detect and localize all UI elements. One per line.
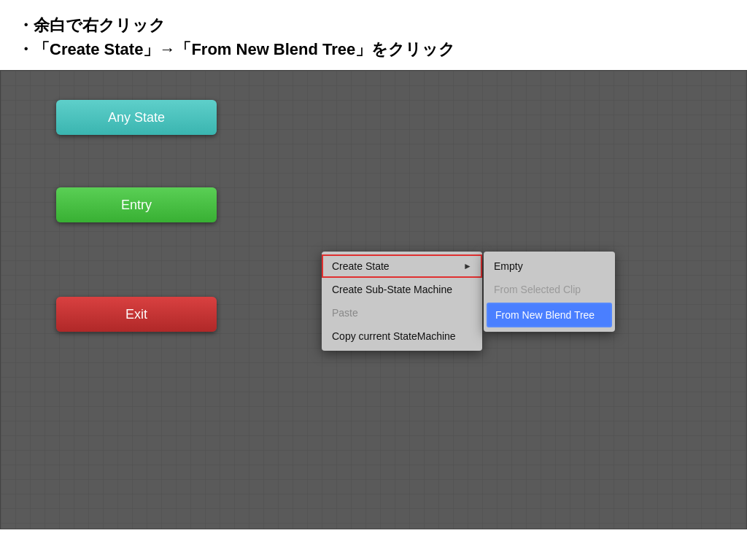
empty-label: Empty: [494, 260, 523, 272]
menu-item-paste[interactable]: Paste: [322, 301, 482, 324]
menu-item-create-state[interactable]: Create State ►: [322, 254, 482, 278]
entry-node[interactable]: Entry: [56, 187, 217, 222]
copy-current-label: Copy current StateMachine: [332, 330, 456, 342]
submenu-item-from-new-blend-tree[interactable]: From New Blend Tree: [487, 303, 612, 327]
paste-label: Paste: [332, 307, 358, 319]
context-menu-main: Create State ► Create Sub-State Machine …: [322, 252, 482, 351]
entry-label: Entry: [121, 198, 152, 213]
any-state-label: Any State: [108, 110, 165, 125]
menu-item-copy-current[interactable]: Copy current StateMachine: [322, 324, 482, 348]
any-state-node[interactable]: Any State: [56, 100, 217, 135]
exit-label: Exit: [125, 307, 147, 322]
instruction-area: ・余白で右クリック ・「Create State」→「From New Blen…: [0, 0, 747, 70]
from-new-blend-tree-label: From New Blend Tree: [495, 309, 595, 321]
from-selected-clip-label: From Selected Clip: [494, 284, 581, 295]
instruction-line-2: ・「Create State」→「From New Blend Tree」をクリ…: [18, 37, 729, 61]
exit-node[interactable]: Exit: [56, 297, 217, 332]
create-state-label: Create State: [332, 260, 390, 272]
create-sub-state-label: Create Sub-State Machine: [332, 284, 452, 295]
menu-item-create-sub-state[interactable]: Create Sub-State Machine: [322, 278, 482, 301]
submenu-item-empty[interactable]: Empty: [484, 254, 615, 278]
context-menu: Create State ► Create Sub-State Machine …: [322, 252, 615, 351]
arrow-icon: ►: [463, 261, 472, 271]
submenu-item-from-selected-clip[interactable]: From Selected Clip: [484, 278, 615, 301]
canvas-area[interactable]: Any State Entry Exit Create State ► Crea…: [0, 70, 747, 529]
instruction-line-1: ・余白で右クリック: [18, 13, 729, 37]
submenu: Empty From Selected Clip From New Blend …: [484, 252, 615, 332]
